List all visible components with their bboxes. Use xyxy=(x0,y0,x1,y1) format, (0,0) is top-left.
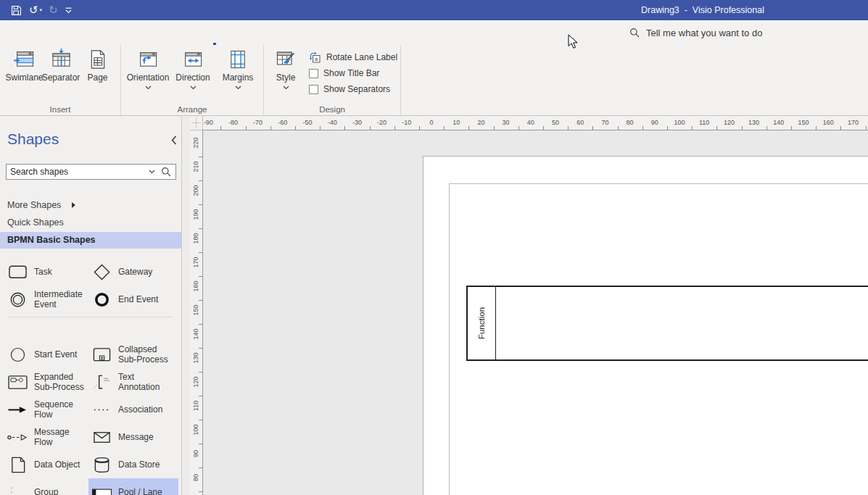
shape-association[interactable]: Association xyxy=(88,396,178,423)
v-ruler-label: 140 xyxy=(192,327,199,341)
shape-task[interactable]: Task xyxy=(4,258,88,286)
message-flow-icon xyxy=(6,428,30,446)
shape-collapsed-sub-process[interactable]: Collapsed Sub-Process xyxy=(88,341,178,368)
h-ruler-tick xyxy=(618,126,619,130)
search-shapes-input[interactable] xyxy=(7,167,147,177)
shape-message[interactable]: Message xyxy=(88,423,178,451)
shape-intermediate-event[interactable]: Intermediate Event xyxy=(4,286,88,313)
shape-message-flow[interactable]: Message Flow xyxy=(4,423,88,451)
v-ruler-label: 120 xyxy=(192,375,199,389)
chevron-down-icon[interactable] xyxy=(147,170,160,174)
option-rotate-lane-label[interactable]: Rotate Lane Label xyxy=(309,49,397,65)
tab-review[interactable] xyxy=(144,20,164,45)
chevron-down-icon xyxy=(190,86,197,90)
h-ruler-label: -90 xyxy=(204,119,213,126)
h-ruler-label: 40 xyxy=(527,119,534,126)
customize-quick-access-button[interactable] xyxy=(65,7,73,14)
h-ruler-label: 70 xyxy=(601,119,608,126)
button-direction[interactable]: Direction xyxy=(170,47,215,90)
swimlane-shape[interactable]: Function xyxy=(466,286,868,361)
v-ruler-label: 160 xyxy=(192,279,199,294)
swimlane-label-band[interactable]: Function xyxy=(468,287,496,359)
tell-me-box[interactable]: Tell me what you want to do xyxy=(629,20,762,45)
option-show-title-bar[interactable]: Show Title Bar xyxy=(309,65,397,81)
shape-group[interactable]: Group xyxy=(4,478,88,495)
tab-home[interactable] xyxy=(22,20,42,45)
button-page[interactable]: Page xyxy=(78,47,117,83)
collapse-panel-button[interactable] xyxy=(171,136,177,145)
redo-button[interactable]: ↻ xyxy=(49,5,58,16)
v-ruler-tick xyxy=(199,252,202,253)
tab-file[interactable] xyxy=(1,20,22,45)
shape-gateway[interactable]: Gateway xyxy=(88,258,178,286)
tab-process[interactable] xyxy=(123,20,144,45)
style-button[interactable]: Style xyxy=(268,47,303,97)
h-ruler-label: -50 xyxy=(302,119,312,126)
chevron-down-icon[interactable]: ▾ xyxy=(40,7,43,13)
swimlane-icon xyxy=(14,49,36,70)
checkbox[interactable] xyxy=(309,69,318,78)
quick-shapes-link[interactable]: Quick Shapes xyxy=(7,217,64,228)
ribbon-group-design: Style Rotate Lane Label Show Title Bar xyxy=(264,45,401,115)
checkbox[interactable] xyxy=(309,85,318,94)
h-ruler-label: 100 xyxy=(674,119,685,126)
intermediate-event-icon xyxy=(6,291,30,309)
tab-help[interactable] xyxy=(184,20,204,45)
style-icon xyxy=(275,49,297,70)
button-swimlane[interactable]: Swimlane xyxy=(4,47,44,83)
tab-draw[interactable] xyxy=(62,20,83,45)
shapes-panel-title: Shapes xyxy=(7,130,59,148)
button-margins[interactable]: Margins xyxy=(215,47,260,90)
v-ruler-tick xyxy=(199,420,202,420)
h-ruler-label: 60 xyxy=(576,119,584,126)
shape-end-event[interactable]: End Event xyxy=(88,286,178,313)
option-show-separators[interactable]: Show Separators xyxy=(309,81,397,97)
shape-pool-lane[interactable]: Pool / Lane xyxy=(88,478,178,495)
shape-start-event[interactable]: Start Event xyxy=(4,341,88,368)
stencil-tab-bpmn-basic-shapes[interactable]: BPMN Basic Shapes xyxy=(0,232,181,249)
end-event-icon xyxy=(90,291,114,309)
data-store-icon xyxy=(90,456,114,474)
panel-splitter[interactable] xyxy=(182,116,190,495)
shape-data-object[interactable]: Data Object xyxy=(4,451,88,478)
h-ruler-tick xyxy=(791,126,792,130)
ruler-corner xyxy=(190,116,203,130)
shape-data-store[interactable]: Data Store xyxy=(88,451,178,478)
more-shapes-link[interactable]: More Shapes xyxy=(7,200,76,210)
v-ruler-tick xyxy=(199,491,202,492)
tab-insert[interactable] xyxy=(42,20,62,45)
vertical-ruler[interactable]: 2202102001901801701601501401301201101009… xyxy=(190,130,203,495)
v-ruler-tick xyxy=(199,300,202,301)
h-ruler-tick xyxy=(716,126,717,130)
v-ruler-label: 180 xyxy=(192,231,199,246)
button-separator[interactable]: Separator xyxy=(44,47,78,83)
expanded-subprocess-icon xyxy=(6,373,30,391)
v-ruler-label: 150 xyxy=(192,303,199,317)
v-ruler-tick xyxy=(199,204,202,205)
v-ruler-label: 200 xyxy=(192,183,199,198)
shape-expanded-sub-process[interactable]: Expanded Sub-Process xyxy=(4,368,88,396)
horizontal-ruler[interactable]: -90-80-70-60-50-40-30-20-100102030405060… xyxy=(190,116,868,130)
v-ruler-label: 100 xyxy=(192,423,199,437)
h-ruler-label: 170 xyxy=(848,119,859,126)
shape-text-annotation[interactable]: Text Annotation xyxy=(88,368,178,396)
h-ruler-tick xyxy=(816,126,817,130)
v-ruler-tick xyxy=(199,228,202,229)
h-ruler-tick xyxy=(320,126,321,130)
h-ruler-tick xyxy=(592,126,593,130)
search-icon[interactable] xyxy=(160,167,175,177)
tab-cross-functional-flowchart[interactable] xyxy=(204,20,225,45)
tab-data[interactable] xyxy=(103,20,123,45)
start-event-icon xyxy=(6,346,30,364)
save-button[interactable] xyxy=(10,4,22,17)
association-icon xyxy=(90,401,114,419)
undo-icon: ↺ xyxy=(29,5,38,16)
tab-view[interactable] xyxy=(164,20,184,45)
tab-design[interactable] xyxy=(83,20,103,45)
button-orientation[interactable]: Orientation xyxy=(125,47,170,90)
h-ruler-tick xyxy=(444,126,445,130)
v-ruler-tick xyxy=(199,396,202,396)
h-ruler-label: -40 xyxy=(328,119,337,126)
shape-sequence-flow[interactable]: Sequence Flow xyxy=(4,396,88,423)
undo-button[interactable]: ↺▾ xyxy=(29,5,42,16)
